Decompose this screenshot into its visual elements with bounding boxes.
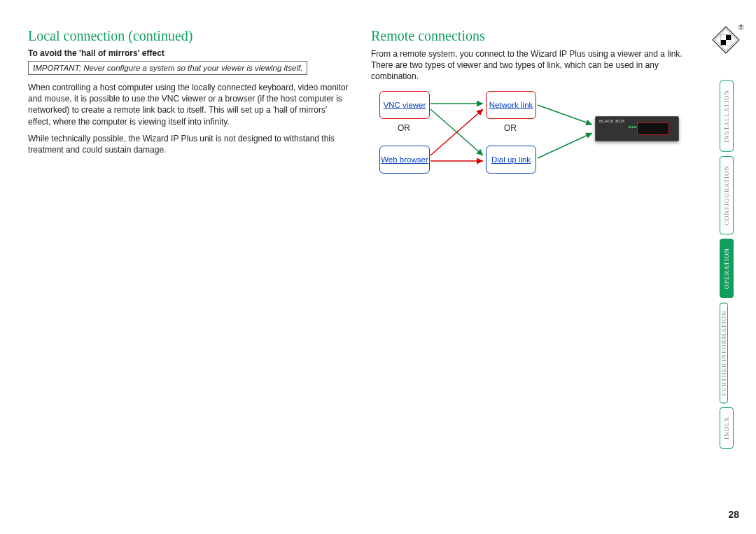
heading-remote-connections: Remote connections: [371, 28, 693, 44]
side-nav: INSTALLATION CONFIGURATION OPERATION FUR…: [720, 80, 741, 453]
svg-rect-3: [721, 35, 726, 40]
paragraph-remote-desc: From a remote system, you connect to the…: [371, 48, 693, 83]
nav-index[interactable]: INDEX: [720, 407, 734, 449]
link-network[interactable]: Network link: [486, 91, 536, 119]
link-dialup[interactable]: Dial up link: [486, 146, 536, 174]
svg-line-7: [430, 109, 483, 155]
logo-icon: [711, 25, 741, 55]
svg-line-9: [538, 105, 592, 125]
svg-rect-4: [726, 40, 731, 45]
connection-diagram: VNC viewer OR Web browser Network link O…: [371, 88, 693, 200]
svg-line-10: [538, 133, 592, 158]
subhead-hall-of-mirrors: To avoid the 'hall of mirrors' effect: [28, 48, 350, 58]
device-wizard-ip-plus: BLACK BOX: [595, 116, 679, 141]
svg-line-6: [430, 109, 483, 155]
paragraph-hall-desc: When controlling a host computer using t…: [28, 82, 350, 127]
or-label-viewer: OR: [379, 123, 428, 133]
nav-installation[interactable]: INSTALLATION: [720, 80, 734, 152]
important-note: IMPORTANT: Never configure a system so t…: [28, 61, 307, 75]
paragraph-damage-warning: While technically possible, the Wizard I…: [28, 133, 350, 155]
nav-operation[interactable]: OPERATION: [720, 239, 734, 298]
registered-mark: ®: [738, 24, 743, 31]
nav-configuration[interactable]: CONFIGURATION: [720, 156, 734, 234]
page-number: 28: [728, 509, 739, 520]
device-brand-label: BLACK BOX: [599, 119, 625, 123]
nav-further-information[interactable]: FURTHER INFORMATION: [720, 302, 728, 403]
link-web-browser[interactable]: Web browser: [379, 146, 430, 174]
link-vnc-viewer[interactable]: VNC viewer: [379, 91, 430, 119]
heading-local-connection: Local connection (continued): [28, 28, 350, 44]
or-label-link: OR: [486, 123, 535, 133]
